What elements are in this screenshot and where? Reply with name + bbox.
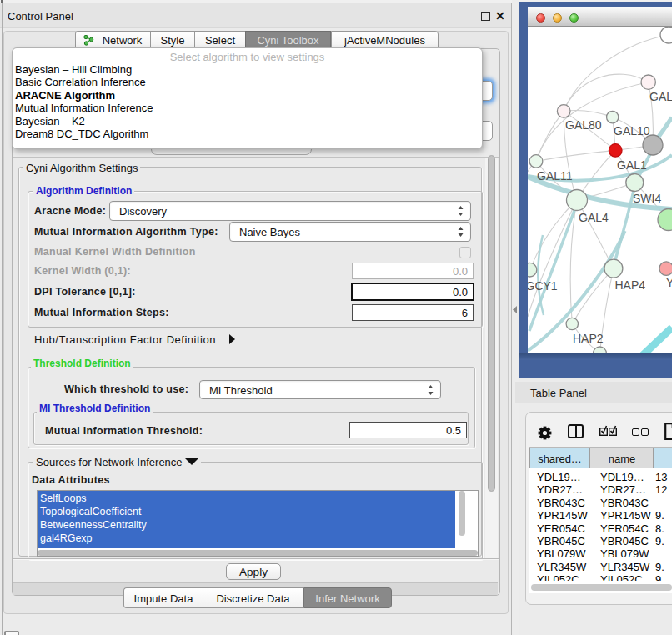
svg-text:YP: YP bbox=[666, 276, 672, 289]
svg-text:GAL7: GAL7 bbox=[649, 90, 672, 103]
svg-text:GAL11: GAL11 bbox=[537, 169, 573, 182]
svg-text:GAL10: GAL10 bbox=[614, 124, 650, 138]
svg-text:HAP4: HAP4 bbox=[615, 278, 646, 292]
svg-text:SWI4: SWI4 bbox=[633, 192, 661, 205]
svg-text:GCY1: GCY1 bbox=[528, 279, 558, 292]
svg-text:GAL80: GAL80 bbox=[565, 118, 602, 132]
svg-text:GAL1: GAL1 bbox=[617, 158, 647, 172]
svg-text:GAL4: GAL4 bbox=[579, 211, 609, 224]
svg-text:HAP2: HAP2 bbox=[573, 332, 604, 345]
